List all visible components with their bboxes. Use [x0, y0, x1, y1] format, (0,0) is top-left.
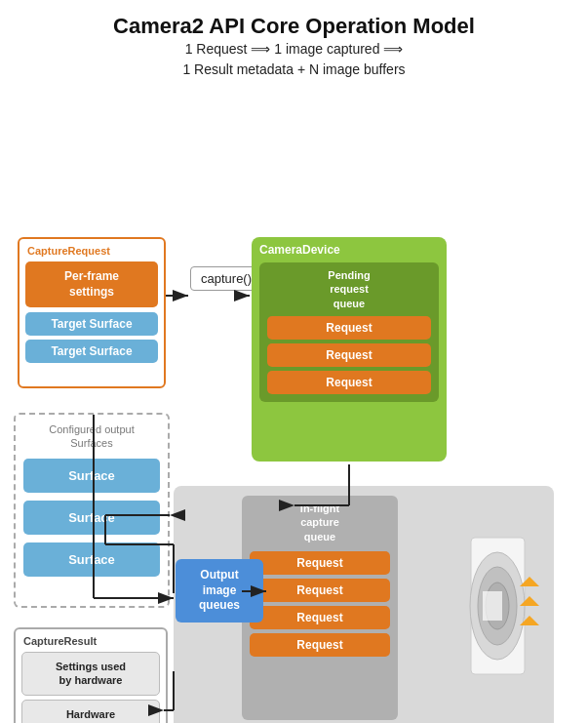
request-box-1: Request [267, 316, 431, 340]
surface-box-3: Surface [23, 542, 160, 577]
target-surface-box-1: Target Surface [25, 312, 158, 336]
inflight-request-1: Request [250, 551, 390, 575]
diagram: CaptureRequest Per-framesettings Target … [0, 86, 588, 723]
per-frame-box: Per-framesettings [25, 261, 158, 307]
capture-result-label: CaptureResult [21, 635, 160, 647]
main-title: Camera2 API Core Operation Model [0, 14, 588, 39]
pending-queue-box: Pendingrequestqueue Request Request Requ… [259, 262, 439, 402]
capture-result-box: CaptureResult Settings usedby hardware H… [14, 627, 168, 723]
inflight-request-4: Request [250, 633, 390, 657]
target-surface-box-2: Target Surface [25, 340, 158, 363]
inflight-box: In-flightcapturequeue Request Request Re… [242, 496, 398, 720]
camera-device-box: CameraDevice Pendingrequestqueue Request… [252, 237, 447, 462]
surface-box-1: Surface [23, 459, 160, 493]
subtitle-line2: 1 Result metadata + N image buffers [182, 61, 405, 77]
configured-surfaces-label: Configured outputSurfaces [23, 422, 160, 451]
hardware-status-box: Hardwarestatus [21, 700, 160, 723]
request-box-2: Request [267, 343, 431, 367]
request-box-3: Request [267, 371, 431, 394]
camera-lens-area [456, 494, 554, 718]
settings-hw-box: Settings usedby hardware [21, 652, 160, 696]
configured-surfaces-box: Configured outputSurfaces Surface Surfac… [14, 413, 170, 608]
capture-request-box: CaptureRequest Per-framesettings Target … [18, 237, 166, 388]
subtitle-line1: 1 Request ⟹ 1 image captured ⟹ [185, 41, 404, 57]
title-area: Camera2 API Core Operation Model 1 Reque… [0, 0, 588, 86]
inflight-request-2: Request [250, 579, 390, 602]
camera-device-label: CameraDevice [259, 243, 439, 257]
pending-queue-label: Pendingrequestqueue [267, 268, 431, 310]
inflight-request-3: Request [250, 606, 390, 629]
camera-lens-icon [461, 508, 549, 703]
surface-box-2: Surface [23, 501, 160, 535]
subtitle: 1 Request ⟹ 1 image captured ⟹ 1 Result … [0, 39, 588, 80]
output-queues-box: Outputimagequeues [176, 559, 263, 623]
capture-request-label: CaptureRequest [25, 245, 158, 257]
svg-rect-7 [483, 591, 502, 621]
inflight-label: In-flightcapturequeue [250, 502, 390, 543]
